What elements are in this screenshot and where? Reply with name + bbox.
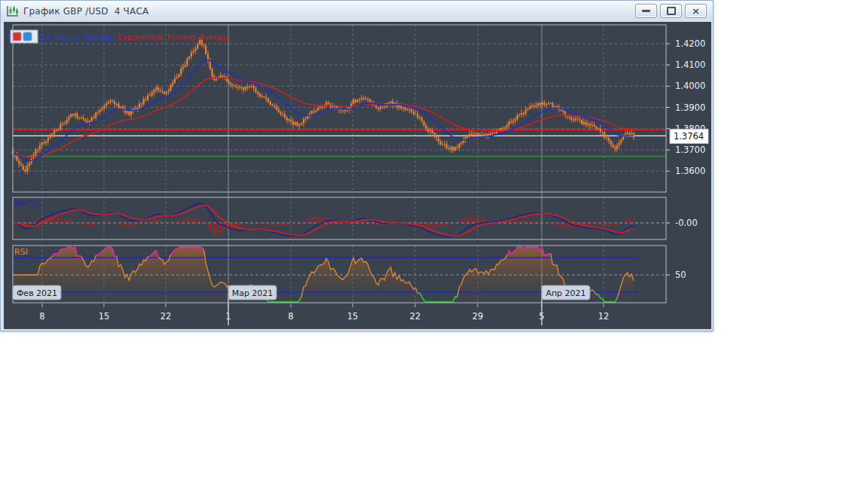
month-label: Фев 2021 (17, 288, 57, 298)
chart-window: График GBP /USD 4 ЧАСА × 1.42001.41001.4… (0, 0, 714, 331)
blue-square-button[interactable] (23, 32, 32, 41)
rsi-axis-label: 50 (675, 270, 686, 280)
macd-axis-label: -0.00 (675, 218, 698, 228)
date-tick-label: 8 (39, 311, 44, 322)
desktop: { "window": { "title": "График GBP /USD … (0, 0, 868, 488)
red-square-button[interactable] (13, 32, 21, 41)
candlestick-chart-icon (6, 5, 19, 17)
date-tick-label: 22 (160, 311, 172, 322)
rsi-oversold-segment (417, 293, 457, 302)
macd-label: MACD (14, 199, 39, 209)
minimize-icon (642, 10, 650, 12)
restore-button[interactable] (660, 4, 682, 18)
window-controls: × (632, 4, 707, 18)
date-tick-label: 15 (347, 311, 359, 322)
ema-slow-line[interactable] (13, 78, 634, 157)
price-tick-label: 1.3900 (675, 102, 705, 113)
month-label: Мар 2021 (232, 288, 274, 298)
price-tick-label: 1.4100 (675, 59, 705, 70)
macd-line (13, 203, 634, 236)
price-tick-label: 1.3700 (675, 145, 705, 155)
ema-fast-line[interactable] (13, 60, 634, 161)
legend-label-ema-red: Exponential_Moving_Average (118, 32, 231, 42)
date-tick-label: 15 (99, 311, 110, 322)
price-tick-label: 1.3600 (675, 166, 705, 176)
current-price-value: 1.3764 (674, 131, 704, 142)
minimize-button[interactable] (635, 4, 657, 18)
close-button[interactable]: × (685, 4, 707, 18)
date-tick-label: 29 (472, 311, 484, 322)
macd-signal-line (13, 206, 634, 236)
title-bar[interactable]: График GBP /USD 4 ЧАСА × (1, 1, 713, 21)
chart-client-area: 1.42001.41001.40001.39001.38001.37001.36… (4, 22, 711, 329)
rsi-label: RSI (14, 247, 28, 257)
date-tick-label: 8 (288, 311, 293, 322)
close-icon: × (692, 6, 700, 16)
date-tick-label: 12 (598, 311, 610, 322)
date-tick-label: 22 (410, 311, 421, 322)
restore-icon (667, 7, 676, 15)
window-title: График GBP /USD 4 ЧАСА (23, 6, 148, 17)
price-tick-label: 1.4000 (675, 81, 705, 91)
price-tick-label: 1.4200 (675, 38, 705, 49)
month-label: Апр 2021 (546, 288, 585, 298)
chart-canvas[interactable]: 1.42001.41001.40001.39001.38001.37001.36… (4, 22, 711, 329)
